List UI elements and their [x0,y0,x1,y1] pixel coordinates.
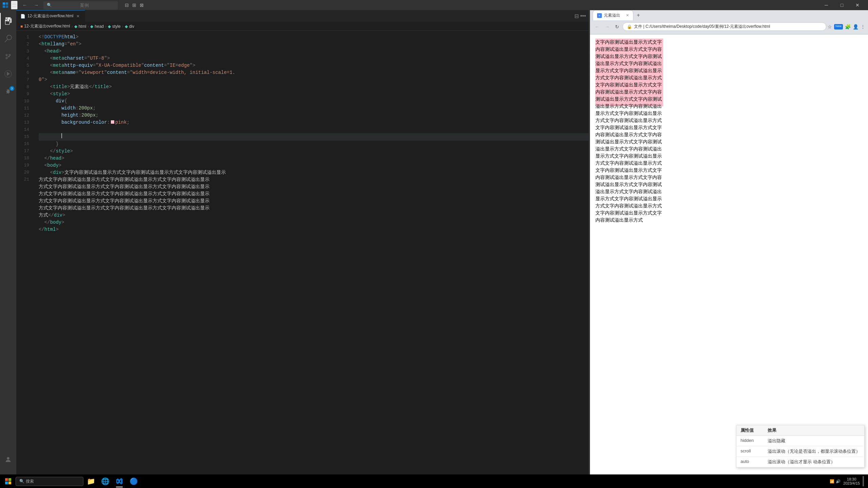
breadcrumb-style-icon: ◆ [108,24,111,29]
browser-profile-icon[interactable]: 👤 [853,24,859,29]
notification-area: 📶 🔊 [830,479,841,484]
breadcrumb-head[interactable]: head [95,24,104,29]
sidebar-item-extensions[interactable]: 3 [0,83,16,100]
code-line: <!DOCTYPE html> [39,34,589,41]
browser-forward-button[interactable]: → [603,23,612,30]
split-editor-icon[interactable]: ⊟ [574,13,579,19]
volume-icon[interactable]: 🔊 [836,479,841,484]
more-actions-icon[interactable]: ••• [580,13,586,19]
code-line: 0"> [39,76,589,83]
breadcrumb-div[interactable]: div [129,24,134,29]
back-button[interactable]: ← [20,2,29,8]
code-line: <head> [39,48,589,55]
overflow-demo-div: 文字内容测试溢出显示方式文字内容测试溢出显示方式文字内容测试溢出显示方式文字内容… [595,39,663,106]
tooltip-effect-auto: 溢出滚动（溢出才显示 动条位置） [764,457,864,467]
taskbar-right: 📶 🔊 18:30 2023/4/15 [827,476,867,486]
layout-columns-button[interactable]: ⊞ [131,2,138,8]
browser-active-tab[interactable]: e 元素溢出 ✕ [593,10,633,20]
tooltip-row-scroll: scroll 溢出滚动（无论是否溢出，都显示滚动条位置） [736,446,864,457]
code-line: </body> [39,219,589,226]
titlebar: ☰ ← → 🔍 ⊟ ⊞ ⊠ ─ □ ✕ [0,0,868,10]
browser-refresh-button[interactable]: ↻ [613,23,621,30]
taskbar-date: 2023/4/15 [843,481,860,485]
forward-button[interactable]: → [32,2,41,8]
search-icon: 🔍 [47,3,52,7]
network-icon[interactable]: 📶 [830,479,834,484]
svg-rect-7 [8,478,11,481]
code-line: 方式</div> [39,212,589,219]
browser-url-bar[interactable]: 🔒 文件 | C:/Users/itheima/Desktop/code/day… [623,22,826,31]
code-content[interactable]: <!DOCTYPE html> <html lang="en"> <head> … [33,31,589,488]
browser-favicon: e [597,13,602,18]
code-line: div { [39,98,589,105]
svg-rect-8 [5,482,8,484]
code-line: 方式文字内容测试溢出显示方式文字内容测试溢出显示方式文字内容测试溢出显示 [39,183,589,190]
code-line: <meta charset="UTF-8"> [39,55,589,62]
minimize-button[interactable]: ─ [818,0,834,10]
maximize-button[interactable]: □ [834,0,850,10]
tooltip-prop-scroll: scroll [736,446,764,457]
tooltip-col1-header: 属性值 [736,425,764,436]
code-line: <html lang="en"> [39,41,589,48]
taskbar-item-file-explorer[interactable]: 📁 [84,474,98,488]
overflow-tooltip-table: 属性值 效果 hidden 溢出隐藏 scroll 溢出滚动（无论是否溢出，都显… [736,425,865,468]
code-line: <body> [39,162,589,169]
sidebar-item-source-control[interactable] [0,48,16,64]
browser-bookmark-icon[interactable]: ☆ [828,24,832,29]
taskbar-item-edge[interactable]: 🌐 [98,474,112,488]
code-line: width: 200px; [39,105,589,112]
show-desktop-button[interactable] [863,476,864,486]
window-controls: ─ □ ✕ [818,0,865,10]
line-numbers: 12345 6789 1011121314 1516171819 2021 [16,31,33,488]
browser-chrome: ← → ↻ 🔒 文件 | C:/Users/itheima/Desktop/co… [590,20,868,35]
browser-extension-icon[interactable]: 🧩 [845,24,851,29]
code-line: </html> [39,226,589,233]
active-tab[interactable]: 📄 12-元素溢出overflow.html ✕ [16,10,85,22]
code-line: </head> [39,155,589,162]
browser-url-text: 文件 | C:/Users/itheima/Desktop/code/day05… [634,24,822,29]
taskbar-search-icon: 🔍 [19,479,24,484]
sidebar-item-run[interactable] [0,66,16,82]
layout-buttons: ⊟ ⊞ ⊠ [123,2,145,8]
svg-rect-0 [3,2,5,5]
editor-container: 📄 12-元素溢出overflow.html ✕ ⊟ ••• ■ 12-元素溢出… [16,10,589,488]
code-line: background-color: pink; [39,119,589,126]
sidebar-item-explorer[interactable] [0,13,16,29]
tab-filename: 12-元素溢出overflow.html [27,13,73,19]
sidebar-item-search[interactable] [0,30,16,47]
code-line: 方式文字内容测试溢出显示方式文字内容测试溢出显示方式文字内容测试溢出显示 [39,176,589,183]
tooltip-prop-auto: auto [736,457,764,467]
svg-rect-6 [5,478,8,481]
browser-more-icon[interactable]: ⋮ [861,24,865,29]
browser-back-button[interactable]: ← [593,23,601,30]
taskbar-search[interactable]: 🔍 搜索 [16,477,83,486]
taskbar-clock[interactable]: 18:30 2023/4/15 [843,477,860,485]
browser-content: 文字内容测试溢出显示方式文字内容测试溢出显示方式文字内容测试溢出显示方式文字内容… [590,35,868,488]
tooltip-prop-hidden: hidden [736,436,764,446]
browser-toolbar-icons: ☆ New 🧩 👤 ⋮ [828,24,865,29]
breadcrumb-file-icon: ■ [20,24,23,29]
taskbar-item-vscode[interactable] [113,474,126,488]
breadcrumb-style[interactable]: style [112,24,121,29]
layout-split-button[interactable]: ⊟ [123,2,130,8]
hamburger-menu-button[interactable]: ☰ [11,1,18,9]
svg-rect-9 [8,482,11,484]
title-search-input[interactable] [54,2,115,9]
tab-bar: 📄 12-元素溢出overflow.html ✕ ⊟ ••• [16,10,589,22]
tab-close-button[interactable]: ✕ [75,14,81,19]
start-button[interactable] [1,474,15,488]
app-icon [3,2,8,8]
layout-grid-button[interactable]: ⊠ [138,2,145,8]
browser-tab-close-button[interactable]: ✕ [626,13,629,18]
app-body: 3 📄 12-元素溢出overflow.html ✕ ⊟ ••• [0,10,868,488]
tab-actions: ⊟ ••• [572,13,589,19]
new-browser-tab-button[interactable]: + [633,10,643,20]
tooltip-effect-hidden: 溢出隐藏 [764,436,864,446]
breadcrumb-filename[interactable]: 12-元素溢出overflow.html [24,23,70,29]
code-line: <meta http-equiv="X-UA-Compatible" conte… [39,62,589,69]
sidebar-item-account[interactable] [0,451,16,468]
close-button[interactable]: ✕ [850,0,865,10]
code-line-19: <div>文字内容测试溢出显示方式文字内容测试溢出显示方式文字内容测试溢出显示 [39,169,589,176]
breadcrumb-html[interactable]: html [79,24,86,29]
taskbar-item-chrome[interactable]: 🔵 [127,474,140,488]
